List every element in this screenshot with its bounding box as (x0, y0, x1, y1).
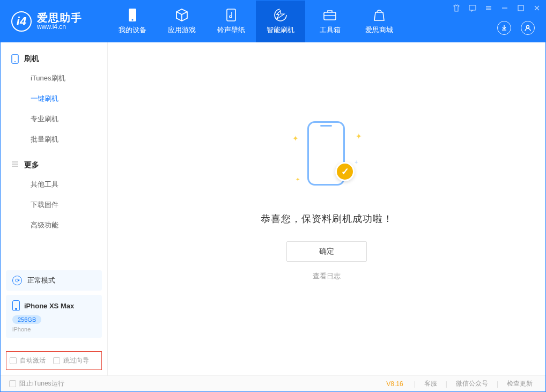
checkbox-skip-guide[interactable]: 跳过向导 (53, 356, 89, 365)
device-storage: 256GB (12, 315, 41, 324)
phone-icon (12, 300, 20, 311)
sparkle-icon: + (355, 159, 358, 165)
device-cards: ⟳ 正常模式 iPhone XS Max 256GB iPhone (6, 270, 102, 338)
body: 刷机 iTunes刷机 一键刷机 专业刷机 批量刷机 更多 其他工具 下载固件 … (1, 42, 545, 375)
app-name: 爱思助手 (37, 12, 82, 24)
footer-link-wechat[interactable]: 微信公众号 (452, 379, 492, 388)
nav-label: 智能刷机 (267, 25, 294, 35)
download-icon[interactable] (497, 21, 511, 35)
maximize-button[interactable] (517, 4, 525, 12)
nav-tabs: 我的设备 应用游戏 铃声壁纸 智能刷机 工具箱 爱思商城 (108, 1, 404, 42)
minimize-button[interactable] (500, 4, 509, 12)
logo[interactable]: i4 爱思助手 www.i4.cn (1, 1, 108, 42)
sidebar-item-download-firmware[interactable]: 下载固件 (1, 195, 107, 215)
svg-rect-6 (469, 5, 476, 10)
device-name-row: iPhone XS Max (12, 300, 95, 311)
menu-icon[interactable] (484, 4, 493, 12)
device-icon (126, 8, 139, 22)
nav-tab-device[interactable]: 我的设备 (108, 1, 157, 42)
svg-rect-11 (518, 5, 523, 11)
nav-label: 应用游戏 (168, 25, 196, 35)
header: i4 爱思助手 www.i4.cn 我的设备 应用游戏 铃声壁纸 智能刷机 工具… (1, 1, 545, 42)
sidebar-group-title: 刷机 (24, 54, 39, 64)
svg-rect-2 (227, 9, 235, 21)
user-icon[interactable] (521, 21, 535, 35)
sidebar-item-pro-flash[interactable]: 专业刷机 (1, 109, 107, 129)
device-mode-card[interactable]: ⟳ 正常模式 (6, 270, 102, 291)
close-button[interactable] (533, 4, 541, 12)
feedback-icon[interactable] (468, 4, 477, 12)
footer-right: V8.16 | 客服 | 微信公众号 | 检查更新 (386, 379, 537, 388)
cube-icon (175, 8, 189, 22)
header-right-icons (497, 21, 535, 35)
sidebar-item-batch-flash[interactable]: 批量刷机 (1, 129, 107, 150)
sidebar-item-oneclick-flash[interactable]: 一键刷机 (1, 88, 107, 109)
confirm-button[interactable]: 确定 (286, 241, 367, 262)
logo-icon: i4 (11, 11, 32, 32)
window-controls (452, 4, 541, 12)
nav-tab-apps[interactable]: 应用游戏 (157, 1, 206, 42)
checkbox-block-itunes[interactable]: 阻止iTunes运行 (9, 379, 64, 388)
device-name: iPhone XS Max (24, 302, 74, 310)
nav-label: 工具箱 (320, 25, 341, 35)
sidebar-item-advanced[interactable]: 高级功能 (1, 215, 107, 235)
sidebar-item-itunes-flash[interactable]: iTunes刷机 (1, 68, 107, 88)
toolbox-icon (323, 8, 337, 22)
nav-label: 我的设备 (119, 25, 146, 35)
device-info-card[interactable]: iPhone XS Max 256GB iPhone (6, 295, 102, 338)
nav-tab-toolbox[interactable]: 工具箱 (305, 1, 355, 42)
nav-tab-flash[interactable]: 智能刷机 (256, 1, 305, 42)
phone-icon (11, 54, 19, 64)
main-content: ✦ ✦ ✦ + ✓ 恭喜您，保资料刷机成功啦！ 确定 查看日志 (108, 42, 545, 375)
logo-text: 爱思助手 www.i4.cn (37, 12, 82, 31)
checkbox-icon (53, 357, 60, 364)
checkbox-auto-activate[interactable]: 自动激活 (10, 356, 46, 365)
shirt-icon[interactable] (452, 4, 461, 12)
nav-label: 爱思商城 (365, 25, 393, 35)
music-icon (224, 8, 238, 22)
refresh-icon (274, 8, 287, 22)
checkbox-label: 阻止iTunes运行 (19, 379, 64, 388)
svg-rect-4 (324, 12, 336, 20)
store-icon (372, 8, 386, 22)
nav-tab-store[interactable]: 爱思商城 (355, 1, 404, 42)
checkbox-label: 自动激活 (20, 356, 46, 365)
footer-link-update[interactable]: 检查更新 (503, 379, 537, 388)
success-message: 恭喜您，保资料刷机成功啦！ (261, 212, 393, 225)
list-icon (11, 160, 19, 170)
footer: 阻止iTunes运行 V8.16 | 客服 | 微信公众号 | 检查更新 (1, 375, 545, 391)
svg-point-1 (132, 19, 134, 21)
sidebar-item-other-tools[interactable]: 其他工具 (1, 174, 107, 195)
checkbox-label: 跳过向导 (63, 356, 89, 365)
sparkle-icon: ✦ (356, 132, 362, 140)
sparkle-icon: ✦ (292, 134, 299, 143)
app-url: www.i4.cn (37, 24, 82, 31)
mode-icon: ⟳ (12, 276, 22, 285)
flash-options-highlighted: 自动激活 跳过向导 (6, 351, 102, 370)
checkbox-icon (9, 380, 16, 387)
footer-link-support[interactable]: 客服 (420, 379, 441, 388)
sidebar: 刷机 iTunes刷机 一键刷机 专业刷机 批量刷机 更多 其他工具 下载固件 … (1, 42, 108, 375)
nav-label: 铃声壁纸 (217, 25, 245, 35)
sidebar-group-more: 更多 (1, 156, 107, 174)
check-badge-icon: ✓ (335, 162, 355, 181)
view-log-link[interactable]: 查看日志 (313, 271, 341, 281)
svg-point-16 (14, 61, 16, 62)
checkbox-icon (10, 357, 17, 364)
version-label: V8.16 (386, 380, 403, 388)
nav-tab-ringtones[interactable]: 铃声壁纸 (206, 1, 256, 42)
sparkle-icon: ✦ (296, 176, 300, 182)
sidebar-group-title: 更多 (24, 160, 39, 170)
device-mode-label: 正常模式 (27, 276, 55, 285)
svg-point-14 (527, 26, 529, 28)
sidebar-group-flash: 刷机 (1, 50, 107, 68)
success-illustration: ✦ ✦ ✦ + ✓ (289, 116, 364, 191)
device-type: iPhone (12, 326, 95, 332)
